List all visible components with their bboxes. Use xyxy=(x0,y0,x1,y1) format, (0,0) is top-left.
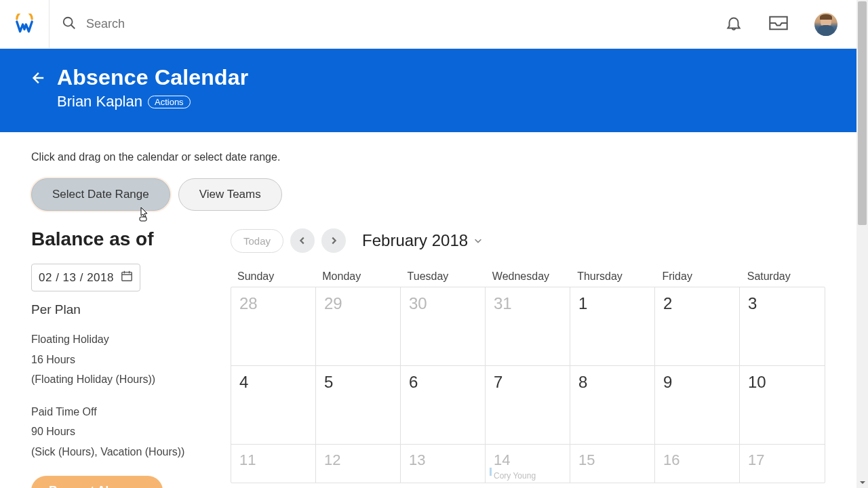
search-input[interactable] xyxy=(86,17,290,31)
per-plan-label: Per Plan xyxy=(31,302,206,317)
calendar-day[interactable]: 17 xyxy=(740,445,825,483)
calendar-day[interactable]: 2 xyxy=(655,287,740,366)
next-month-button[interactable] xyxy=(321,228,346,253)
actions-button[interactable]: Actions xyxy=(148,96,191,108)
calendar-day[interactable]: 5 xyxy=(316,366,401,445)
plan-paid-time-off: Paid Time Off 90 Hours (Sick (Hours), Va… xyxy=(31,402,206,462)
calendar-day[interactable]: 6 xyxy=(401,366,486,445)
svg-rect-2 xyxy=(122,272,132,281)
svg-line-1 xyxy=(71,24,75,28)
day-header: Wednesday xyxy=(486,266,570,287)
calendar-day[interactable]: 10 xyxy=(740,366,825,445)
day-header: Friday xyxy=(655,266,740,287)
calendar-day[interactable]: 4 xyxy=(231,366,316,445)
calendar-day[interactable]: 31 xyxy=(486,287,570,366)
person-name: Brian Kaplan xyxy=(57,93,142,110)
calendar-day[interactable]: 11 xyxy=(231,445,316,483)
notifications-icon[interactable] xyxy=(725,14,743,35)
svg-point-0 xyxy=(64,17,73,26)
day-header: Saturday xyxy=(741,266,825,287)
back-arrow-icon[interactable] xyxy=(30,70,45,88)
inbox-icon[interactable] xyxy=(768,15,789,34)
select-date-range-button[interactable]: Select Date Range xyxy=(31,178,170,211)
balance-heading: Balance as of xyxy=(31,228,206,250)
calendar-day[interactable]: 9 xyxy=(655,366,740,445)
calendar-icon xyxy=(121,270,133,285)
calendar-day[interactable]: 8 xyxy=(570,366,655,445)
calendar-day[interactable]: 14Cory Young xyxy=(486,445,570,483)
calendar-day[interactable]: 12 xyxy=(316,445,401,483)
calendar-day[interactable]: 1 xyxy=(570,287,655,366)
request-absence-button[interactable]: Request Absence xyxy=(31,476,163,488)
day-header: Monday xyxy=(315,266,400,287)
app-logo[interactable] xyxy=(0,0,50,49)
day-header: Sunday xyxy=(231,266,315,287)
page-title: Absence Calendar xyxy=(57,65,248,90)
search-icon xyxy=(62,16,77,33)
balance-date-input[interactable]: 02 / 13 / 2018 xyxy=(31,264,140,291)
calendar-day[interactable]: 29 xyxy=(316,287,401,366)
balance-date-value: 02 / 13 / 2018 xyxy=(39,271,114,285)
avatar[interactable] xyxy=(814,13,837,36)
view-teams-button[interactable]: View Teams xyxy=(178,178,282,211)
calendar-day[interactable]: 15 xyxy=(570,445,655,483)
page-scrollbar[interactable] xyxy=(856,0,868,488)
calendar-day[interactable]: 28 xyxy=(231,287,316,366)
today-button[interactable]: Today xyxy=(231,229,283,253)
calendar-day[interactable]: 3 xyxy=(740,287,825,366)
calendar-day[interactable]: 13 xyxy=(401,445,486,483)
calendar-day[interactable]: 16 xyxy=(655,445,740,483)
calendar-day[interactable]: 7 xyxy=(486,366,570,445)
prev-month-button[interactable] xyxy=(290,228,315,253)
month-picker[interactable]: February 2018 xyxy=(362,231,483,250)
day-header: Tuesday xyxy=(401,266,486,287)
instruction-text: Click and drag on the calendar or select… xyxy=(31,151,825,163)
plan-floating-holiday: Floating Holiday 16 Hours (Floating Holi… xyxy=(31,329,206,390)
calendar-day[interactable]: 30 xyxy=(401,287,486,366)
day-header: Thursday xyxy=(570,266,655,287)
chevron-down-icon xyxy=(473,236,483,245)
